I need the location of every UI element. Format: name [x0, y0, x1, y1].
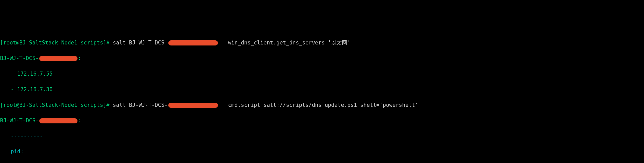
- prompt-path: scripts: [81, 40, 103, 46]
- command-line-1: [root@BJ-SaltStack-Node1 scripts]# salt …: [0, 39, 644, 46]
- command-text: salt BJ-WJ-T-DCS-: [113, 102, 168, 108]
- prompt-bracket-close: ]#: [103, 40, 113, 46]
- colon: :: [78, 55, 81, 61]
- minion-id-line: BJ-WJ-T-DCS-:: [0, 117, 644, 124]
- prompt-userhost: root@BJ-SaltStack-Node1: [3, 102, 78, 108]
- prompt-space: [77, 102, 81, 108]
- prompt-bracket-close: ]#: [103, 102, 113, 108]
- prompt-userhost: root@BJ-SaltStack-Node1: [3, 40, 78, 46]
- prompt-path: scripts: [81, 102, 103, 108]
- result-separator: ----------: [0, 132, 644, 140]
- terminal-output: [root@BJ-SaltStack-Node1 scripts]# salt …: [0, 31, 644, 163]
- minion-id-line: BJ-WJ-T-DCS-:: [0, 54, 644, 62]
- prompt-space: [77, 40, 81, 46]
- colon: :: [78, 118, 81, 124]
- result-key-pid: pid:: [0, 148, 644, 155]
- dns-server-item: - 172.16.7.55: [0, 70, 644, 78]
- minion-name: BJ-WJ-T-DCS-: [0, 118, 39, 124]
- dns-server-item: - 172.16.7.30: [0, 86, 644, 93]
- redacted-mark: [168, 103, 218, 108]
- minion-name: BJ-WJ-T-DCS-: [0, 55, 39, 61]
- command-text: cmd.script salt://scripts/dns_update.ps1…: [218, 102, 418, 108]
- redacted-mark: [39, 118, 78, 123]
- redacted-mark: [168, 40, 218, 45]
- prompt-bracket-open: [: [0, 102, 3, 108]
- command-line-2: [root@BJ-SaltStack-Node1 scripts]# salt …: [0, 101, 644, 109]
- command-text: salt BJ-WJ-T-DCS-: [113, 40, 168, 46]
- prompt-bracket-open: [: [0, 40, 3, 46]
- redacted-mark: [39, 56, 78, 61]
- command-text: win_dns_client.get_dns_servers '以太网': [218, 40, 351, 46]
